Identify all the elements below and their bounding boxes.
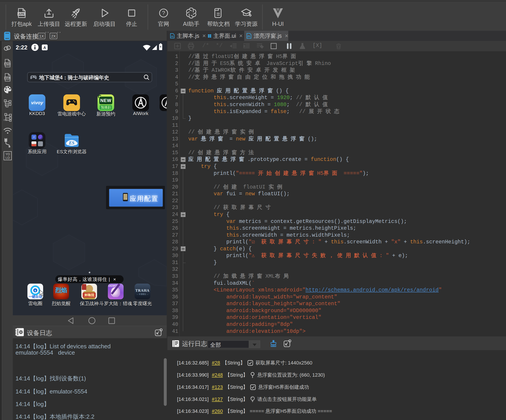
svg-text:HID: HID <box>4 119 7 121</box>
svg-text:JS: JS <box>247 35 250 38</box>
svg-text:APK: APK <box>18 12 25 16</box>
svg-text:APK: APK <box>5 63 10 65</box>
svg-text:?: ? <box>162 10 165 16</box>
svg-text:XML: XML <box>5 77 10 80</box>
svg-text:JS: JS <box>171 35 173 38</box>
